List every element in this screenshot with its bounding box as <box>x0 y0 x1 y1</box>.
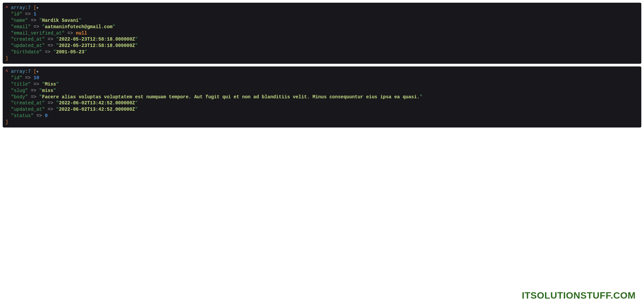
caret-icon: ^ <box>5 5 8 10</box>
dump-row: "name" => "Hardik Savani" <box>5 17 639 24</box>
quote: " <box>11 113 14 118</box>
dump-row: "updated_at" => "2022-06-02T13:42:52.000… <box>5 106 639 113</box>
dump-container: ^ array:7 [▼ "id" => 1 "name" => "Hardik… <box>0 3 644 127</box>
dump-value: 2001-05-23 <box>56 49 84 55</box>
dump-type: array <box>11 5 25 10</box>
dump-value: 2022-05-23T12:58:18.000000Z <box>59 37 135 42</box>
dump-row: "email_verified_at" => null <box>5 30 639 37</box>
arrow: => <box>28 88 39 93</box>
dump-value: 1 <box>34 11 36 17</box>
quote: " <box>31 113 34 118</box>
dump-value: Miss <box>45 82 56 87</box>
quote: " <box>135 37 138 42</box>
dump-row: "title" => "Miss" <box>5 81 639 88</box>
bracket-open: [ <box>31 5 37 10</box>
collapse-icon[interactable]: ▼ <box>36 6 38 10</box>
dump-value: Facere alias voluptas voluptatem est num… <box>42 94 420 100</box>
dump-header[interactable]: ^ array:7 [▼ <box>5 68 639 75</box>
quote: " <box>11 107 14 112</box>
arrow: => <box>22 75 34 81</box>
quote: " <box>11 18 14 23</box>
quote: " <box>28 82 31 87</box>
quote: " <box>39 94 42 100</box>
quote: " <box>56 107 59 112</box>
arrow: => <box>42 49 53 55</box>
arrow: => <box>45 100 56 106</box>
dump-close: ] <box>5 55 639 62</box>
arrow: => <box>22 11 34 17</box>
arrow: => <box>45 107 56 112</box>
bracket-open: [ <box>31 69 37 74</box>
dump-row: "id" => 10 <box>5 75 639 81</box>
quote: " <box>56 100 59 106</box>
quote: " <box>42 37 45 42</box>
arrow: => <box>28 18 39 23</box>
quote: " <box>42 82 45 87</box>
dump-value: null <box>76 31 87 36</box>
bracket-close: ] <box>5 119 8 125</box>
dump-key: status <box>14 113 31 118</box>
dump-key: updated_at <box>14 107 42 112</box>
quote: " <box>11 100 14 106</box>
quote: " <box>25 18 28 23</box>
quote: " <box>39 88 42 93</box>
dump-row: "birthdate" => "2001-05-23" <box>5 49 639 55</box>
bracket-close: ] <box>5 56 8 61</box>
dump-block: ^ array:7 [▼ "id" => 1 "name" => "Hardik… <box>3 3 641 64</box>
collapse-icon[interactable]: ▼ <box>36 70 38 74</box>
quote: " <box>25 94 28 100</box>
dump-value: 10 <box>34 75 39 81</box>
arrow: => <box>64 31 76 36</box>
dump-value: 0 <box>45 113 48 118</box>
quote: " <box>135 100 138 106</box>
dump-value: 2022-05-23T12:58:18.000000Z <box>59 43 135 48</box>
dump-row: "updated_at" => "2022-05-23T12:58:18.000… <box>5 43 639 49</box>
dump-key: slug <box>14 88 25 93</box>
dump-row: "created_at" => "2022-05-23T12:58:18.000… <box>5 36 639 43</box>
quote: " <box>56 37 59 42</box>
quote: " <box>42 100 45 106</box>
dump-value: aatmaninfotech@gmail.com <box>45 24 113 30</box>
dump-row: "body" => "Facere alias voluptas volupta… <box>5 94 639 100</box>
dump-row: "slug" => "miss" <box>5 88 639 94</box>
dump-sep: : <box>25 5 28 10</box>
quote: " <box>53 88 56 93</box>
quote: " <box>11 94 14 100</box>
arrow: => <box>31 82 42 87</box>
dump-close: ] <box>5 119 639 125</box>
quote: " <box>42 107 45 112</box>
dump-key: id <box>14 75 19 81</box>
dump-count: 7 <box>28 5 31 10</box>
quote: " <box>11 75 14 81</box>
dump-key: email_verified_at <box>14 31 62 36</box>
dump-key: id <box>14 11 19 17</box>
dump-count: 7 <box>28 69 31 74</box>
quote: " <box>11 24 14 30</box>
quote: " <box>42 24 45 30</box>
arrow: => <box>34 113 45 118</box>
quote: " <box>11 49 14 55</box>
dump-key: title <box>14 82 28 87</box>
quote: " <box>11 88 14 93</box>
dump-row: "status" => 0 <box>5 113 639 119</box>
dump-row: "id" => 1 <box>5 11 639 17</box>
quote: " <box>42 43 45 48</box>
dump-key: created_at <box>14 37 42 42</box>
quote: " <box>112 24 115 30</box>
quote: " <box>135 107 138 112</box>
dump-key: updated_at <box>14 43 42 48</box>
dump-value: 2022-06-02T13:42:52.000000Z <box>59 100 135 106</box>
dump-value: 2022-06-02T13:42:52.000000Z <box>59 107 135 112</box>
quote: " <box>25 88 28 93</box>
dump-header[interactable]: ^ array:7 [▼ <box>5 5 639 11</box>
quote: " <box>135 43 138 48</box>
dump-value: miss <box>42 88 53 93</box>
dump-row: "created_at" => "2022-06-02T13:42:52.000… <box>5 100 639 106</box>
dump-key: name <box>14 18 25 23</box>
arrow: => <box>28 94 39 100</box>
watermark-text: ITSOLUTIONSTUFF.COM <box>522 290 636 301</box>
dump-sep: : <box>25 69 28 74</box>
dump-key: birthdate <box>14 49 39 55</box>
quote: " <box>11 37 14 42</box>
caret-icon: ^ <box>5 69 8 74</box>
